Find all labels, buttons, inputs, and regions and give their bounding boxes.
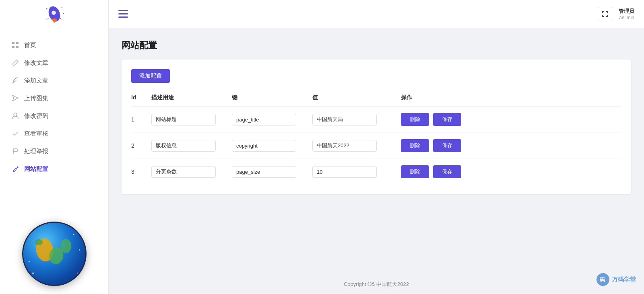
fullscreen-button[interactable]	[598, 7, 612, 21]
watermark-label: 万码学堂	[612, 276, 636, 284]
sidebar-item-home[interactable]: 首页	[0, 36, 108, 54]
watermark-icon: 码	[597, 273, 609, 286]
row-1-delete-button[interactable]: 删除	[401, 113, 429, 126]
sidebar-item-review[interactable]: 查看审核	[0, 125, 108, 142]
grid-icon	[11, 41, 19, 49]
sidebar-item-report-label: 处理举报	[24, 148, 48, 155]
row-3-description-input[interactable]	[151, 166, 216, 178]
col-header-value: 值	[312, 94, 401, 101]
row-2-description-input[interactable]	[151, 140, 216, 152]
row-2-value-input[interactable]	[312, 140, 377, 152]
footer-copyright: Copyright ©& 中国航天2022	[344, 281, 409, 288]
svg-point-8	[63, 13, 64, 14]
globe-land-svg	[23, 223, 85, 285]
svg-rect-11	[12, 46, 14, 48]
sidebar-nav: 首页 修改文章 添加文章 上传图集 修改密码	[0, 28, 108, 214]
logo-icon	[42, 4, 66, 24]
header: 管理员 anlimin	[109, 0, 644, 28]
row-1-key-input[interactable]	[232, 114, 296, 125]
row-3-description-cell	[151, 166, 232, 178]
sidebar-item-add-article[interactable]: 添加文章	[0, 72, 108, 89]
col-header-key: 键	[232, 94, 312, 101]
svg-point-23	[73, 234, 74, 235]
add-config-button[interactable]: 添加配置	[131, 69, 170, 83]
row-3-save-button[interactable]: 保存	[433, 165, 461, 178]
content-area: 网站配置 添加配置 Id 描述用途 键 值 操作 1	[109, 28, 644, 294]
person-icon	[11, 112, 19, 120]
user-name-label: anlimin	[619, 15, 634, 21]
menu-toggle-button[interactable]	[118, 10, 128, 18]
watermark: 码 万码学堂	[597, 273, 636, 286]
svg-text:码: 码	[599, 277, 605, 283]
svg-point-5	[53, 18, 56, 23]
sidebar-item-upload-gallery[interactable]: 上传图集	[0, 89, 108, 107]
row-3-value-input[interactable]	[312, 166, 377, 178]
svg-point-24	[79, 249, 80, 251]
row-1-key-cell	[232, 114, 312, 125]
header-left	[118, 10, 128, 18]
flag-icon	[11, 147, 19, 155]
svg-rect-9	[12, 42, 14, 44]
svg-point-27	[77, 273, 78, 274]
sidebar-item-home-label: 首页	[24, 41, 36, 49]
sidebar-item-upload-gallery-label: 上传图集	[24, 95, 48, 102]
table-row: 1 删除 保存	[131, 107, 621, 133]
check-icon	[11, 130, 19, 138]
wrench-icon	[11, 165, 19, 173]
content-inner: 网站配置 添加配置 Id 描述用途 键 值 操作 1	[109, 28, 644, 274]
svg-point-15	[14, 113, 17, 116]
user-role-label: 管理员	[619, 8, 634, 15]
row-1-id: 1	[131, 116, 151, 123]
config-card: 添加配置 Id 描述用途 键 值 操作 1	[122, 60, 631, 194]
row-2-key-cell	[232, 140, 312, 152]
svg-point-6	[46, 8, 47, 9]
svg-point-1	[52, 10, 56, 15]
row-1-description-cell	[151, 114, 232, 125]
row-3-key-cell	[232, 166, 312, 178]
header-right: 管理员 anlimin	[598, 7, 634, 21]
row-3-actions: 删除 保存	[401, 165, 621, 178]
svg-point-7	[61, 7, 62, 8]
svg-marker-2	[46, 17, 49, 20]
row-1-value-input[interactable]	[312, 114, 377, 125]
col-header-actions: 操作	[401, 94, 621, 101]
sidebar-item-edit-article[interactable]: 修改文章	[0, 54, 108, 72]
svg-rect-16	[13, 149, 17, 152]
row-2-actions: 删除 保存	[401, 139, 621, 152]
sidebar-item-change-password[interactable]: 修改密码	[0, 107, 108, 125]
svg-marker-3	[60, 17, 63, 20]
row-1-description-input[interactable]	[151, 114, 216, 125]
row-3-value-cell	[312, 166, 401, 178]
row-3-key-input[interactable]	[232, 166, 296, 178]
row-2-key-input[interactable]	[232, 140, 296, 152]
svg-point-22	[30, 232, 32, 233]
sidebar-item-edit-article-label: 修改文章	[24, 59, 48, 67]
row-1-value-cell	[312, 114, 401, 125]
row-2-value-cell	[312, 140, 401, 152]
feather-icon	[11, 76, 19, 84]
sidebar-item-site-config-label: 网站配置	[24, 165, 48, 173]
table-row: 2 删除 保存	[131, 133, 621, 159]
svg-point-21	[35, 239, 42, 245]
svg-marker-14	[12, 95, 18, 101]
svg-point-25	[28, 261, 29, 262]
row-3-delete-button[interactable]: 删除	[401, 165, 429, 178]
col-header-id: Id	[131, 94, 151, 101]
row-1-save-button[interactable]: 保存	[433, 113, 461, 126]
table-row: 3 删除 保存	[131, 159, 621, 185]
row-2-id: 2	[131, 142, 151, 149]
row-2-save-button[interactable]: 保存	[433, 139, 461, 152]
sidebar-item-review-label: 查看审核	[24, 130, 48, 138]
svg-rect-10	[16, 42, 19, 44]
row-2-description-cell	[151, 140, 232, 152]
logo-area	[0, 0, 108, 28]
table-header: Id 描述用途 键 值 操作	[131, 91, 621, 107]
sidebar-item-change-password-label: 修改密码	[24, 112, 48, 120]
row-3-id: 3	[131, 169, 151, 175]
row-1-actions: 删除 保存	[401, 113, 621, 126]
row-2-delete-button[interactable]: 删除	[401, 139, 429, 152]
sidebar-item-report[interactable]: 处理举报	[0, 142, 108, 160]
sidebar-item-site-config[interactable]: 网站配置	[0, 160, 108, 178]
globe-decoration	[0, 214, 108, 294]
svg-point-20	[60, 239, 71, 253]
